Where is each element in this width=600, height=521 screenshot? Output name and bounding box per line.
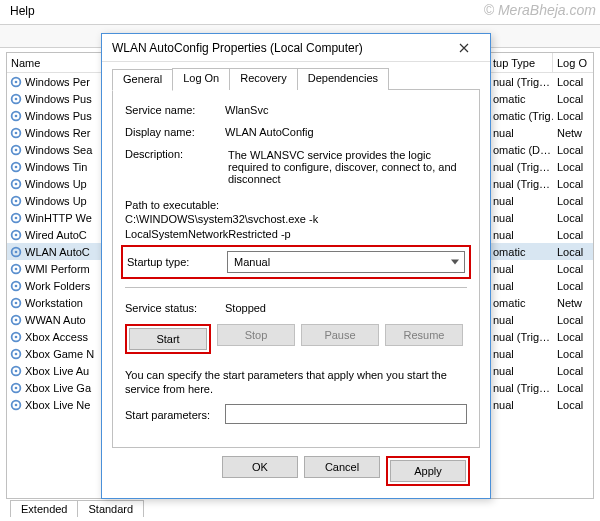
service-name: WinHTTP We (25, 212, 92, 224)
svg-point-31 (15, 335, 18, 338)
label-display-name: Display name: (125, 124, 219, 138)
service-logon: Netw (553, 127, 593, 139)
tab-general[interactable]: General (112, 69, 173, 91)
service-name: Windows Up (25, 178, 87, 190)
label-description: Description: (125, 146, 219, 160)
gear-icon (9, 279, 23, 293)
gear-icon (9, 398, 23, 412)
apply-button[interactable]: Apply (390, 460, 466, 482)
service-startup-type: nual (489, 280, 553, 292)
svg-point-35 (15, 369, 18, 372)
close-icon (459, 43, 469, 53)
svg-point-13 (15, 182, 18, 185)
svg-point-17 (15, 216, 18, 219)
svg-point-23 (15, 267, 18, 270)
tab-panel-general: Service name: WlanSvc Display name: WLAN… (112, 89, 480, 448)
resume-button: Resume (385, 324, 463, 346)
gear-icon (9, 381, 23, 395)
gear-icon (9, 228, 23, 242)
svg-point-29 (15, 318, 18, 321)
service-logon: Local (553, 195, 593, 207)
value-service-status: Stopped (225, 300, 467, 314)
service-name: WLAN AutoC (25, 246, 90, 258)
svg-point-27 (15, 301, 18, 304)
dialog-footer: OK Cancel Apply (112, 448, 480, 488)
service-startup-type: nual (Trig… (489, 178, 553, 190)
service-startup-type: nual (489, 314, 553, 326)
service-name: Workstation (25, 297, 83, 309)
service-name: Xbox Live Au (25, 365, 89, 377)
tab-recovery[interactable]: Recovery (229, 68, 297, 90)
service-logon: Local (553, 110, 593, 122)
service-logon: Local (553, 331, 593, 343)
service-name: Xbox Access (25, 331, 88, 343)
gear-icon (9, 296, 23, 310)
tab-logon[interactable]: Log On (172, 68, 230, 90)
svg-point-5 (15, 114, 18, 117)
titlebar[interactable]: WLAN AutoConfig Properties (Local Comput… (102, 34, 490, 62)
label-start-params: Start parameters: (125, 407, 219, 421)
svg-point-25 (15, 284, 18, 287)
service-logon: Local (553, 246, 593, 258)
start-button[interactable]: Start (129, 328, 207, 350)
service-logon: Local (553, 314, 593, 326)
service-startup-type: nual (489, 212, 553, 224)
service-name: Windows Pus (25, 110, 92, 122)
service-startup-type: omatic (489, 246, 553, 258)
service-logon: Local (553, 76, 593, 88)
startup-type-row: Startup type: Manual (121, 245, 471, 279)
service-name: Xbox Live Ne (25, 399, 90, 411)
svg-point-21 (15, 250, 18, 253)
description-box[interactable]: The WLANSVC service provides the logic r… (225, 146, 467, 190)
start-params-note: You can specify the start parameters tha… (125, 368, 467, 397)
service-startup-type: nual (489, 127, 553, 139)
service-logon: Local (553, 280, 593, 292)
service-name: WWAN Auto (25, 314, 86, 326)
label-service-name: Service name: (125, 102, 219, 116)
start-params-input[interactable] (225, 404, 467, 424)
menu-help[interactable]: Help (10, 4, 35, 18)
pause-button: Pause (301, 324, 379, 346)
service-logon: Local (553, 382, 593, 394)
service-name: Xbox Game N (25, 348, 94, 360)
gear-icon (9, 75, 23, 89)
service-name: Windows Rer (25, 127, 90, 139)
service-startup-type: omatic (Trig… (489, 110, 553, 122)
label-path: Path to executable: (125, 198, 467, 212)
service-startup-type: nual (489, 348, 553, 360)
service-startup-type: omatic (489, 93, 553, 105)
label-startup-type: Startup type: (127, 256, 221, 268)
gear-icon (9, 364, 23, 378)
cancel-button[interactable]: Cancel (304, 456, 380, 478)
service-logon: Local (553, 178, 593, 190)
svg-point-19 (15, 233, 18, 236)
service-logon: Netw (553, 297, 593, 309)
gear-icon (9, 92, 23, 106)
service-logon: Local (553, 399, 593, 411)
dialog-title: WLAN AutoConfig Properties (Local Comput… (112, 41, 444, 55)
col-startup-type[interactable]: tup Type (489, 53, 553, 72)
service-startup-type: omatic (D… (489, 144, 553, 156)
label-service-status: Service status: (125, 300, 219, 314)
close-button[interactable] (444, 36, 484, 60)
startup-type-select[interactable]: Manual (227, 251, 465, 273)
value-display-name: WLAN AutoConfig (225, 124, 467, 138)
svg-point-7 (15, 131, 18, 134)
col-name[interactable]: Name (7, 53, 102, 72)
service-logon: Local (553, 229, 593, 241)
tabstrip: General Log On Recovery Dependencies (112, 68, 480, 90)
properties-dialog: WLAN AutoConfig Properties (Local Comput… (101, 33, 491, 499)
ok-button[interactable]: OK (222, 456, 298, 478)
tab-extended[interactable]: Extended (10, 500, 78, 517)
gear-icon (9, 262, 23, 276)
service-startup-type: nual (Trig… (489, 161, 553, 173)
gear-icon (9, 347, 23, 361)
tab-dependencies[interactable]: Dependencies (297, 68, 389, 90)
col-logon[interactable]: Log O (553, 53, 593, 72)
service-name: Windows Tin (25, 161, 87, 173)
tab-standard[interactable]: Standard (77, 500, 144, 517)
gear-icon (9, 313, 23, 327)
svg-point-33 (15, 352, 18, 355)
service-name: Wired AutoC (25, 229, 87, 241)
service-logon: Local (553, 212, 593, 224)
